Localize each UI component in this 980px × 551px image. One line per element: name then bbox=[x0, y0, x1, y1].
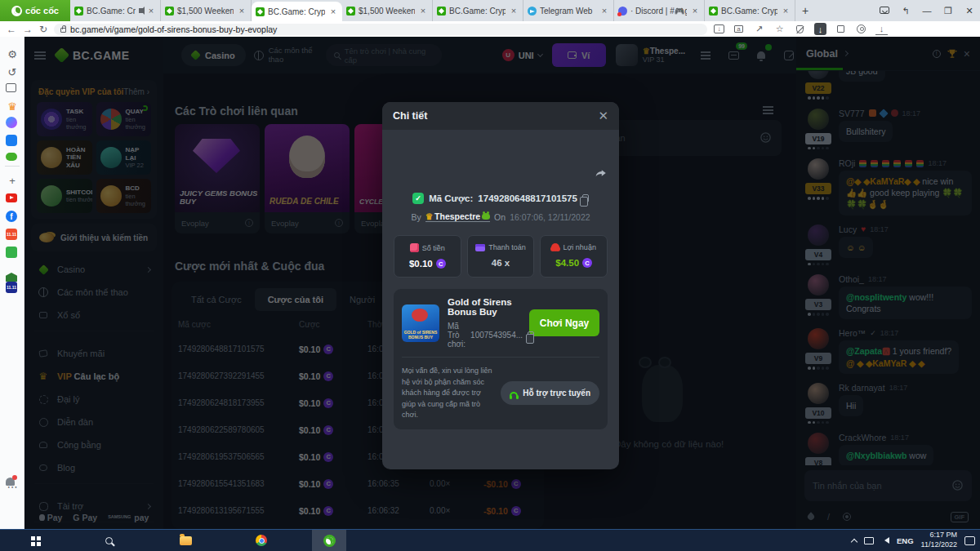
profile-icon[interactable] bbox=[855, 23, 867, 35]
maximize-button[interactable]: ❐ bbox=[938, 6, 959, 16]
extensions-icon[interactable] bbox=[835, 23, 847, 35]
share-icon[interactable]: ↗ bbox=[753, 23, 765, 35]
tab-close-icon[interactable]: × bbox=[599, 6, 609, 16]
lazada-icon[interactable] bbox=[6, 273, 17, 282]
tab-close-icon[interactable]: × bbox=[146, 6, 156, 16]
browser-tab[interactable]: · Discord | #🎮gami× bbox=[614, 0, 705, 21]
action-center-icon[interactable] bbox=[964, 536, 975, 545]
taskbar-search[interactable] bbox=[91, 530, 126, 551]
dice-icon bbox=[410, 243, 419, 252]
add-shortcut-icon[interactable] bbox=[6, 174, 19, 187]
download-active-icon[interactable]: ↓ bbox=[814, 23, 826, 35]
url-field[interactable]: bc.game/vi/game/gold-of-sirens-bonus-buy… bbox=[54, 24, 707, 35]
tab-title: BC.Game: Crypto bbox=[87, 7, 136, 16]
file-explorer[interactable] bbox=[168, 530, 203, 551]
tab-close-icon[interactable]: × bbox=[509, 6, 519, 16]
card-icon bbox=[475, 244, 485, 251]
browser-tab[interactable]: BC.Game: Crypto Ca× bbox=[433, 0, 523, 21]
discord-favicon bbox=[618, 7, 627, 16]
zalo-icon[interactable] bbox=[6, 135, 17, 146]
sale-1111-icon[interactable] bbox=[6, 229, 17, 240]
tab-close-icon[interactable]: × bbox=[237, 6, 247, 16]
network-icon[interactable] bbox=[864, 537, 874, 544]
browser-tab[interactable]: Telegram Web× bbox=[523, 0, 614, 21]
tab-title: · Discord | #🎮gami bbox=[630, 7, 687, 16]
game-box: GOLD of SIRENSBONUS BUY Gold of Sirens B… bbox=[394, 289, 608, 429]
shop-icon[interactable] bbox=[6, 247, 17, 258]
screen: cốc cốc BC.Game: Crypto×$1,500 Weekend E… bbox=[0, 0, 980, 551]
coccoc[interactable] bbox=[312, 530, 346, 551]
coccoc-brand-label: cốc cốc bbox=[25, 6, 59, 16]
back-icon[interactable]: ← bbox=[7, 24, 16, 35]
game-title: Gold of Sirens Bonus Buy bbox=[448, 297, 521, 317]
start-button[interactable] bbox=[18, 530, 52, 551]
downloads-tray-icon[interactable]: ↓ bbox=[875, 23, 888, 35]
more-icon[interactable] bbox=[6, 480, 19, 493]
player-link[interactable]: ♛Thespectre bbox=[425, 211, 490, 222]
browser-tab[interactable]: $1,500 Weekend Evo× bbox=[161, 0, 252, 21]
crown-icon: ♛ bbox=[425, 211, 433, 221]
browser-tab[interactable]: $1,500 Weekend Evo× bbox=[342, 0, 433, 21]
minimize-button[interactable]: — bbox=[916, 6, 938, 16]
help-text: Mọi vấn đề, xin vui lòng liên hệ với bộ … bbox=[402, 366, 494, 421]
profit-icon bbox=[551, 243, 559, 251]
copy-bet-id-icon[interactable] bbox=[582, 194, 589, 202]
reload-icon[interactable]: ↻ bbox=[39, 24, 47, 35]
bcgame-favicon bbox=[709, 7, 718, 16]
tab-close-icon[interactable]: × bbox=[418, 6, 428, 16]
close-button[interactable]: ✕ bbox=[959, 6, 980, 16]
tab-close-icon[interactable]: × bbox=[328, 7, 338, 16]
stat-box: Thanh toán46 x bbox=[467, 235, 535, 278]
lock-icon bbox=[60, 28, 66, 33]
settings-icon[interactable] bbox=[6, 47, 19, 60]
tab-search-icon[interactable] bbox=[874, 6, 895, 16]
url-text: bc.game/vi/game/gold-of-sirens-bonus-buy… bbox=[70, 24, 277, 34]
forward-icon[interactable]: → bbox=[23, 24, 33, 35]
newsfeed-icon[interactable] bbox=[6, 83, 16, 92]
headset-icon bbox=[510, 392, 518, 397]
browser-tab[interactable]: BC.Game: Crypto Ca× bbox=[705, 0, 795, 21]
copy-game-id-icon[interactable] bbox=[528, 331, 534, 340]
browser-tab[interactable]: BC.Game: Crypto Ca× bbox=[252, 2, 342, 21]
language-indicator[interactable]: ENG bbox=[897, 536, 914, 545]
translate-icon[interactable]: a bbox=[733, 23, 745, 35]
tab-title: BC.Game: Crypto Ca bbox=[449, 7, 506, 16]
youtube-icon[interactable] bbox=[6, 193, 17, 202]
sale-navy-icon[interactable] bbox=[6, 282, 17, 293]
save-page-icon[interactable]: ↓ bbox=[714, 24, 724, 33]
facebook-icon[interactable] bbox=[6, 211, 17, 222]
taskbar-clock[interactable]: 6:17 PM 11/12/2022 bbox=[921, 531, 957, 549]
tab-close-icon[interactable]: × bbox=[781, 6, 791, 16]
live-support-button[interactable]: Hỗ trợ trực tuyến bbox=[501, 381, 599, 405]
tray-expand-icon[interactable] bbox=[851, 538, 858, 544]
tracking-shield-icon[interactable] bbox=[794, 23, 806, 35]
bet-id-value: 1749280648817101575 bbox=[478, 193, 577, 203]
share-bet-icon[interactable] bbox=[594, 167, 608, 183]
games-icon[interactable] bbox=[6, 153, 17, 161]
tab-title: Telegram Web bbox=[540, 7, 596, 16]
system-tray: ENG 6:17 PM 11/12/2022 bbox=[852, 530, 975, 551]
chrome[interactable] bbox=[244, 530, 278, 551]
new-tab-button[interactable]: + bbox=[795, 0, 815, 21]
coccoc-brand[interactable]: cốc cốc bbox=[0, 0, 70, 21]
bcgame-favicon bbox=[256, 7, 265, 16]
play-now-button[interactable]: Chơi Ngay bbox=[529, 309, 599, 336]
history-icon[interactable] bbox=[6, 65, 19, 78]
tab-audio-icon[interactable] bbox=[139, 8, 143, 13]
browser-tab[interactable]: BC.Game: Crypto× bbox=[70, 0, 161, 21]
bcgame-favicon bbox=[346, 7, 355, 16]
recent-tabs-icon[interactable]: ↰ bbox=[895, 6, 916, 16]
messenger-icon[interactable] bbox=[6, 117, 17, 128]
modal-close-icon[interactable]: ✕ bbox=[598, 109, 608, 123]
bet-id-label: Mã Cược: bbox=[429, 193, 473, 203]
crown-icon[interactable] bbox=[6, 100, 19, 113]
coin-icon: C bbox=[436, 259, 446, 269]
bcgame-page: BC.GAME Đặc quyền VIP của tôi Thêm › TAS… bbox=[24, 37, 980, 529]
volume-icon[interactable] bbox=[881, 537, 889, 544]
bcgame-favicon bbox=[165, 7, 174, 16]
verified-shield-icon: ✓ bbox=[412, 193, 424, 204]
modal-title: Chi tiết bbox=[393, 110, 598, 122]
bookmark-star-icon[interactable]: ☆ bbox=[773, 23, 786, 35]
tab-close-icon[interactable]: × bbox=[690, 6, 700, 16]
game-thumbnail[interactable]: GOLD of SIRENSBONUS BUY bbox=[402, 304, 439, 342]
